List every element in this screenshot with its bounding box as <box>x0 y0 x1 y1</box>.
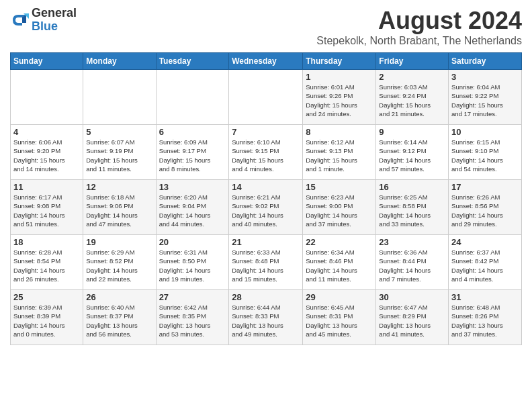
day-cell: 9Sunrise: 6:14 AM Sunset: 9:12 PM Daylig… <box>376 125 449 180</box>
day-number: 25 <box>13 292 80 302</box>
day-number: 11 <box>13 182 80 192</box>
day-cell: 17Sunrise: 6:26 AM Sunset: 8:56 PM Dayli… <box>449 180 522 235</box>
day-number: 12 <box>86 182 152 192</box>
day-number: 1 <box>306 72 373 82</box>
day-info: Sunrise: 6:42 AM Sunset: 8:35 PM Dayligh… <box>159 303 226 338</box>
day-info: Sunrise: 6:17 AM Sunset: 9:08 PM Dayligh… <box>13 193 80 228</box>
day-cell: 26Sunrise: 6:40 AM Sunset: 8:37 PM Dayli… <box>83 290 156 345</box>
day-info: Sunrise: 6:18 AM Sunset: 9:06 PM Dayligh… <box>86 193 152 228</box>
day-info: Sunrise: 6:06 AM Sunset: 9:20 PM Dayligh… <box>13 138 80 173</box>
day-cell: 28Sunrise: 6:44 AM Sunset: 8:33 PM Dayli… <box>229 290 303 345</box>
day-number: 29 <box>306 292 373 302</box>
main-title: August 2024 <box>316 7 522 35</box>
col-monday: Monday <box>83 53 156 70</box>
day-info: Sunrise: 6:26 AM Sunset: 8:56 PM Dayligh… <box>451 193 519 228</box>
day-cell: 25Sunrise: 6:39 AM Sunset: 8:39 PM Dayli… <box>11 290 83 345</box>
day-cell: 15Sunrise: 6:23 AM Sunset: 9:00 PM Dayli… <box>303 180 376 235</box>
day-info: Sunrise: 6:44 AM Sunset: 8:33 PM Dayligh… <box>232 303 300 338</box>
calendar-header-row: Sunday Monday Tuesday Wednesday Thursday… <box>11 53 522 70</box>
day-cell: 31Sunrise: 6:48 AM Sunset: 8:26 PM Dayli… <box>449 290 522 345</box>
day-cell: 13Sunrise: 6:20 AM Sunset: 9:04 PM Dayli… <box>156 180 229 235</box>
day-cell: 14Sunrise: 6:21 AM Sunset: 9:02 PM Dayli… <box>229 180 303 235</box>
day-info: Sunrise: 6:20 AM Sunset: 9:04 PM Dayligh… <box>159 193 226 228</box>
day-info: Sunrise: 6:29 AM Sunset: 8:52 PM Dayligh… <box>86 248 152 283</box>
day-cell: 12Sunrise: 6:18 AM Sunset: 9:06 PM Dayli… <box>83 180 156 235</box>
day-info: Sunrise: 6:37 AM Sunset: 8:42 PM Dayligh… <box>451 248 519 283</box>
day-cell: 22Sunrise: 6:34 AM Sunset: 8:46 PM Dayli… <box>303 235 376 290</box>
col-thursday: Thursday <box>303 53 376 70</box>
day-cell: 5Sunrise: 6:07 AM Sunset: 9:19 PM Daylig… <box>83 125 156 180</box>
day-number: 28 <box>232 292 300 302</box>
day-info: Sunrise: 6:39 AM Sunset: 8:39 PM Dayligh… <box>13 303 80 338</box>
logo-text: General Blue <box>32 7 77 34</box>
day-info: Sunrise: 6:47 AM Sunset: 8:29 PM Dayligh… <box>379 303 445 338</box>
day-cell <box>229 70 303 125</box>
day-number: 5 <box>86 127 152 137</box>
day-number: 9 <box>379 127 445 137</box>
day-info: Sunrise: 6:25 AM Sunset: 8:58 PM Dayligh… <box>379 193 445 228</box>
day-cell: 21Sunrise: 6:33 AM Sunset: 8:48 PM Dayli… <box>229 235 303 290</box>
col-sunday: Sunday <box>11 53 83 70</box>
day-number: 15 <box>306 182 373 192</box>
day-cell: 27Sunrise: 6:42 AM Sunset: 8:35 PM Dayli… <box>156 290 229 345</box>
day-number: 24 <box>451 237 519 247</box>
day-cell: 19Sunrise: 6:29 AM Sunset: 8:52 PM Dayli… <box>83 235 156 290</box>
day-cell: 10Sunrise: 6:15 AM Sunset: 9:10 PM Dayli… <box>449 125 522 180</box>
title-block: August 2024 Stepekolk, North Brabant, Th… <box>316 7 522 47</box>
day-number: 23 <box>379 237 445 247</box>
week-row-1: 4Sunrise: 6:06 AM Sunset: 9:20 PM Daylig… <box>11 125 522 180</box>
calendar: Sunday Monday Tuesday Wednesday Thursday… <box>10 52 522 345</box>
day-info: Sunrise: 6:14 AM Sunset: 9:12 PM Dayligh… <box>379 138 445 173</box>
day-number: 30 <box>379 292 445 302</box>
week-row-4: 25Sunrise: 6:39 AM Sunset: 8:39 PM Dayli… <box>11 290 522 345</box>
day-number: 7 <box>232 127 300 137</box>
day-info: Sunrise: 6:48 AM Sunset: 8:26 PM Dayligh… <box>451 303 519 338</box>
day-number: 18 <box>13 237 80 247</box>
day-info: Sunrise: 6:28 AM Sunset: 8:54 PM Dayligh… <box>13 248 80 283</box>
day-info: Sunrise: 6:04 AM Sunset: 9:22 PM Dayligh… <box>451 83 519 118</box>
day-number: 31 <box>451 292 519 302</box>
header: General Blue August 2024 Stepekolk, Nort… <box>10 7 522 47</box>
day-number: 17 <box>451 182 519 192</box>
logo-icon <box>10 11 29 30</box>
subtitle: Stepekolk, North Brabant, The Netherland… <box>316 35 522 47</box>
day-cell: 4Sunrise: 6:06 AM Sunset: 9:20 PM Daylig… <box>11 125 83 180</box>
day-cell: 18Sunrise: 6:28 AM Sunset: 8:54 PM Dayli… <box>11 235 83 290</box>
day-number: 3 <box>451 72 519 82</box>
day-number: 21 <box>232 237 300 247</box>
day-number: 10 <box>451 127 519 137</box>
col-saturday: Saturday <box>449 53 522 70</box>
day-cell <box>11 70 83 125</box>
week-row-0: 1Sunrise: 6:01 AM Sunset: 9:26 PM Daylig… <box>11 70 522 125</box>
day-number: 6 <box>159 127 226 137</box>
day-number: 20 <box>159 237 226 247</box>
day-info: Sunrise: 6:03 AM Sunset: 9:24 PM Dayligh… <box>379 83 445 118</box>
day-cell <box>83 70 156 125</box>
day-info: Sunrise: 6:23 AM Sunset: 9:00 PM Dayligh… <box>306 193 373 228</box>
day-cell: 29Sunrise: 6:45 AM Sunset: 8:31 PM Dayli… <box>303 290 376 345</box>
day-number: 2 <box>379 72 445 82</box>
day-info: Sunrise: 6:31 AM Sunset: 8:50 PM Dayligh… <box>159 248 226 283</box>
day-cell <box>156 70 229 125</box>
day-number: 26 <box>86 292 152 302</box>
day-number: 22 <box>306 237 373 247</box>
day-info: Sunrise: 6:07 AM Sunset: 9:19 PM Dayligh… <box>86 138 152 173</box>
day-number: 14 <box>232 182 300 192</box>
day-info: Sunrise: 6:21 AM Sunset: 9:02 PM Dayligh… <box>232 193 300 228</box>
logo-blue-text: Blue <box>32 20 77 34</box>
day-cell: 2Sunrise: 6:03 AM Sunset: 9:24 PM Daylig… <box>376 70 449 125</box>
day-number: 8 <box>306 127 373 137</box>
day-info: Sunrise: 6:15 AM Sunset: 9:10 PM Dayligh… <box>451 138 519 173</box>
logo-general-text: General <box>32 7 77 20</box>
day-info: Sunrise: 6:12 AM Sunset: 9:13 PM Dayligh… <box>306 138 373 173</box>
day-info: Sunrise: 6:09 AM Sunset: 9:17 PM Dayligh… <box>159 138 226 173</box>
day-cell: 7Sunrise: 6:10 AM Sunset: 9:15 PM Daylig… <box>229 125 303 180</box>
logo: General Blue <box>10 7 77 34</box>
day-cell: 8Sunrise: 6:12 AM Sunset: 9:13 PM Daylig… <box>303 125 376 180</box>
day-info: Sunrise: 6:01 AM Sunset: 9:26 PM Dayligh… <box>306 83 373 118</box>
col-wednesday: Wednesday <box>229 53 303 70</box>
day-info: Sunrise: 6:34 AM Sunset: 8:46 PM Dayligh… <box>306 248 373 283</box>
day-cell: 16Sunrise: 6:25 AM Sunset: 8:58 PM Dayli… <box>376 180 449 235</box>
day-info: Sunrise: 6:40 AM Sunset: 8:37 PM Dayligh… <box>86 303 152 338</box>
day-info: Sunrise: 6:10 AM Sunset: 9:15 PM Dayligh… <box>232 138 300 173</box>
